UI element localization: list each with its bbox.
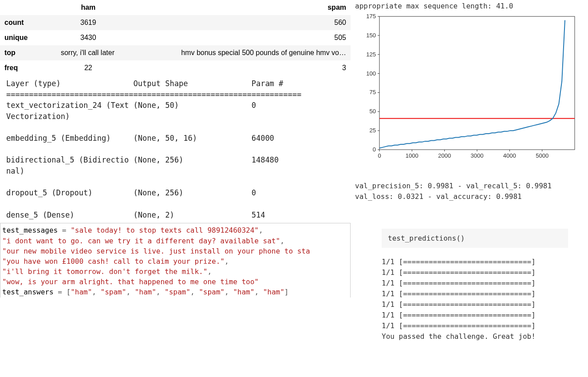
code-cell[interactable]: test_predictions() (382, 229, 568, 248)
row-label: unique (0, 30, 39, 45)
row-label: freq (0, 60, 39, 75)
code-line: test_messages = "sale today! to stop tex… (2, 225, 350, 235)
cell: 22 (39, 60, 137, 75)
cell: 3619 (39, 15, 137, 30)
svg-text:75: 75 (370, 89, 376, 95)
svg-text:3000: 3000 (471, 152, 484, 159)
svg-text:4000: 4000 (503, 152, 516, 159)
svg-text:0: 0 (378, 152, 381, 159)
row-label: count (0, 15, 39, 30)
svg-text:5000: 5000 (536, 152, 549, 159)
col-spam: spam (137, 0, 351, 15)
svg-text:2000: 2000 (438, 152, 451, 159)
output-lines: 1/1 [==============================] 1/1… (382, 257, 584, 342)
metrics-output: val_precision_5: 0.9981 - val_recall_5: … (355, 163, 584, 202)
code-line: "wow, is your arm alright. that happened… (2, 277, 350, 287)
code-line: "you have won £1000 cash! call to claim … (2, 256, 350, 266)
table-row: top sorry, i'll call later hmv bonus spe… (0, 45, 351, 60)
code-line: "our new mobile video service is live. j… (2, 246, 350, 256)
metric-line: val_loss: 0.0321 - val_accuracy: 0.9981 (355, 191, 584, 202)
code-line: "i dont want to go. can we try it a diff… (2, 236, 350, 246)
svg-text:0: 0 (373, 146, 376, 153)
svg-rect-0 (379, 16, 575, 150)
col-ham: ham (39, 0, 137, 15)
svg-text:1000: 1000 (406, 152, 418, 159)
code-block: test_messages = "sale today! to stop tex… (0, 223, 351, 297)
describe-table: ham spam count 3619 560 unique 3430 505 … (0, 0, 351, 75)
chart-title: appropriate max sequence length: 41.0 (355, 2, 584, 12)
svg-text:175: 175 (366, 13, 376, 20)
sequence-length-chart: 0255075100125150175010002000300040005000 (355, 12, 581, 163)
model-summary: Layer (type) Output Shape Param # ======… (0, 75, 351, 220)
cell: 3 (137, 60, 351, 75)
svg-text:50: 50 (370, 108, 376, 115)
metric-line: val_precision_5: 0.9981 - val_recall_5: … (355, 181, 584, 191)
code-line: "i'll bring it tomorrow. don't forget th… (2, 266, 350, 277)
cell: 560 (137, 15, 351, 30)
table-row: count 3619 560 (0, 15, 351, 30)
cell: sorry, i'll call later (39, 45, 137, 60)
table-row: freq 22 3 (0, 60, 351, 75)
col-blank (0, 0, 39, 15)
cell: 3430 (39, 30, 137, 45)
svg-text:25: 25 (370, 127, 376, 134)
row-label: top (0, 45, 39, 60)
table-row: unique 3430 505 (0, 30, 351, 45)
svg-text:100: 100 (366, 70, 376, 77)
cell: 505 (137, 30, 351, 45)
code-line: test_answers = ["ham", "spam", "ham", "s… (2, 287, 350, 297)
cell: hmv bonus special 500 pounds of genuine … (137, 45, 351, 60)
svg-text:150: 150 (366, 32, 376, 39)
svg-text:125: 125 (366, 51, 376, 58)
